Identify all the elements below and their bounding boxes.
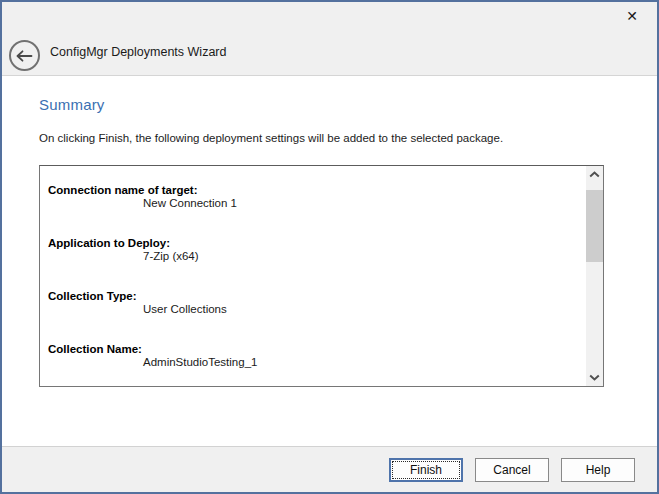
summary-item-label: Collection Type: (48, 290, 586, 303)
chevron-up-icon (589, 171, 600, 178)
chevron-down-icon (589, 374, 600, 381)
summary-item-label: Connection name of target: (48, 184, 586, 197)
back-button[interactable] (9, 40, 40, 71)
close-button[interactable]: ✕ (617, 4, 647, 28)
footer-bar: Finish Cancel Help (2, 446, 657, 492)
wizard-window: ✕ ConfigMgr Deployments Wizard Summary O… (0, 0, 659, 494)
summary-item-label: Collection Name: (48, 343, 586, 356)
titlebar: ✕ (2, 2, 657, 28)
page-description: On clicking Finish, the following deploy… (39, 132, 503, 144)
finish-button[interactable]: Finish (389, 458, 463, 482)
scroll-down-button[interactable] (586, 369, 603, 386)
wizard-title: ConfigMgr Deployments Wizard (50, 28, 226, 75)
back-arrow-icon (16, 50, 33, 62)
page-title: Summary (39, 96, 105, 113)
summary-item: Collection Type: User Collections (48, 290, 586, 316)
summary-item: Connection name of target: New Connectio… (48, 184, 586, 210)
summary-item-value: 7-Zip (x64) (48, 250, 586, 263)
close-icon: ✕ (626, 8, 638, 24)
help-button[interactable]: Help (561, 458, 635, 482)
scroll-up-button[interactable] (586, 166, 603, 183)
summary-text: Connection name of target: New Connectio… (40, 166, 586, 386)
summary-panel: Connection name of target: New Connectio… (39, 165, 604, 387)
scrollbar-thumb[interactable] (586, 190, 603, 262)
cancel-button[interactable]: Cancel (475, 458, 549, 482)
wizard-header: ConfigMgr Deployments Wizard (2, 28, 657, 76)
summary-item: Collection Name: AdminStudioTesting_1 (48, 343, 586, 369)
summary-item-label: Application to Deploy: (48, 237, 586, 250)
summary-item-value: AdminStudioTesting_1 (48, 356, 586, 369)
summary-item: Application to Deploy: 7-Zip (x64) (48, 237, 586, 263)
summary-item-value: User Collections (48, 303, 586, 316)
summary-item-value: New Connection 1 (48, 197, 586, 210)
vertical-scrollbar[interactable] (586, 166, 603, 386)
